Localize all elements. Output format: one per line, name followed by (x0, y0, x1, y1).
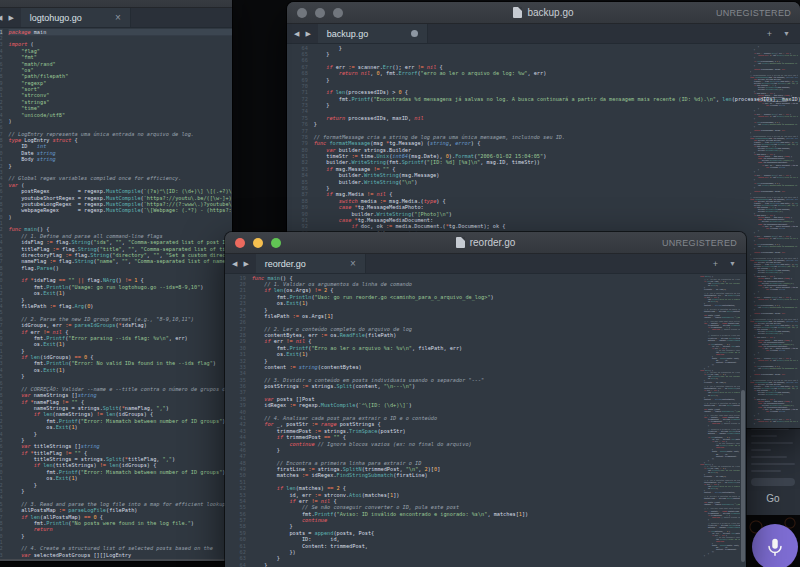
minimap[interactable]: func main() { // 1. Validar os argumento… (700, 276, 740, 567)
traffic-lights (235, 238, 281, 248)
nav-back-icon[interactable]: ◀ (294, 30, 299, 38)
code-area[interactable]: package main import ( "flag" "fmt" "math… (3, 29, 232, 559)
window-logtohugo: ◀ ▶ logtohugo.go × 123456789101112131415… (0, 0, 232, 561)
document-icon (456, 237, 465, 248)
microphone-button[interactable] (752, 524, 798, 567)
desktop: Go backup.go UNREGISTERED (0, 0, 800, 567)
code-area[interactable]: } } if err := scanner.Err(); err != nil … (308, 45, 800, 236)
overflow-menu-button[interactable]: ▼ (783, 30, 790, 37)
go-button[interactable]: Go (746, 490, 800, 509)
line-numbers: 1920212223242526272829303132333435363738… (225, 275, 246, 567)
modified-dot-icon[interactable] (411, 30, 418, 37)
window-reorder: reorder.go UNREGISTERED ◀ ▶ reorder.go ×… (225, 232, 746, 567)
tab-label: backup.go (327, 29, 369, 39)
minimize-window-button[interactable] (315, 8, 325, 18)
nav-back-icon[interactable]: ◀ (0, 14, 2, 22)
titlebar-reorder[interactable]: reorder.go UNREGISTERED (225, 232, 746, 254)
scrollbar[interactable] (741, 390, 745, 562)
editor-logtohugo[interactable]: 1234567891011121314151617181920212223242… (0, 28, 232, 559)
unregistered-badge: UNREGISTERED (662, 238, 737, 248)
tab-logtohugo[interactable]: logtohugo.go × (21, 8, 131, 27)
close-window-button[interactable] (235, 238, 245, 248)
titlebar-logtohugo[interactable] (0, 0, 232, 8)
editor-reorder[interactable]: 1920212223242526272829303132333435363738… (225, 274, 746, 567)
tab-label: logtohugo.go (30, 13, 82, 23)
assistant-input[interactable] (751, 478, 795, 486)
tab-label: reorder.go (265, 259, 306, 269)
window-title: backup.go (527, 7, 573, 18)
titlebar-backup[interactable]: backup.go UNREGISTERED (287, 2, 800, 24)
nav-back-icon[interactable]: ◀ (232, 260, 237, 268)
window-title: reorder.go (470, 237, 516, 248)
overflow-menu-button[interactable]: ▼ (729, 260, 736, 267)
microphone-icon (764, 536, 786, 558)
document-icon (513, 7, 522, 18)
minimize-window-button[interactable] (253, 238, 263, 248)
unregistered-badge: UNREGISTERED (716, 8, 791, 18)
tabbar-logtohugo: ◀ ▶ logtohugo.go × (0, 8, 232, 28)
close-tab-icon[interactable]: × (350, 259, 356, 269)
zoom-window-button[interactable] (271, 238, 281, 248)
nav-forward-icon[interactable]: ▶ (305, 30, 310, 38)
tabbar-reorder: ◀ ▶ reorder.go × + ▼ (225, 254, 746, 274)
code-area[interactable]: func main() { // 1. Validar os argumento… (246, 275, 528, 567)
zoom-window-button[interactable] (333, 8, 343, 18)
line-numbers: 6465666768697071727374757677787980818283… (287, 45, 308, 236)
new-tab-button[interactable]: + (767, 29, 772, 39)
traffic-lights (297, 8, 343, 18)
tab-backup[interactable]: backup.go (318, 24, 428, 43)
nav-forward-icon[interactable]: ▶ (243, 260, 248, 268)
tab-reorder[interactable]: reorder.go × (256, 254, 366, 273)
minimap[interactable]: } } if err := scanner.Err(); err != nil … (750, 46, 798, 426)
nav-forward-icon[interactable]: ▶ (8, 14, 13, 22)
new-tab-button[interactable]: + (713, 259, 718, 269)
close-window-button[interactable] (297, 8, 307, 18)
close-tab-icon[interactable]: × (115, 13, 121, 23)
tabbar-backup: ◀ ▶ backup.go + ▼ (287, 24, 800, 44)
assistant-canvas (746, 515, 800, 567)
